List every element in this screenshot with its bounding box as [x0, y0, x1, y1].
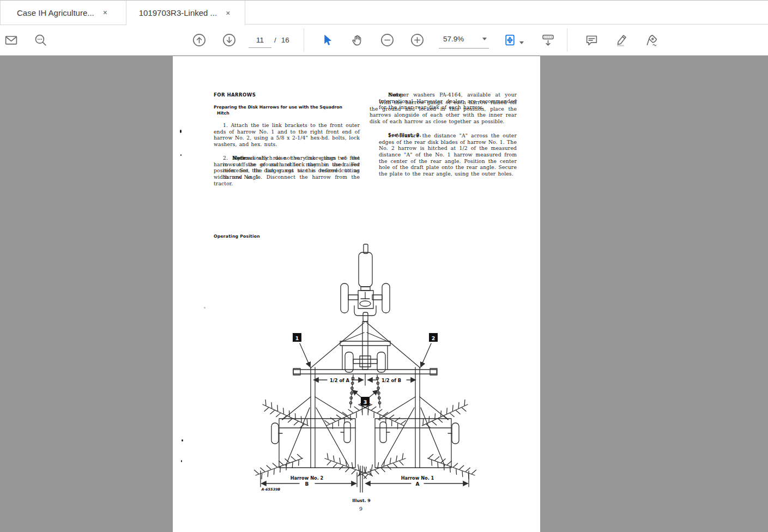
section-heading: FOR HARROWS — [214, 92, 256, 98]
zoom-level-select[interactable]: 57.9% — [439, 30, 489, 49]
note-text: Bumper washers PA-4164, available at you… — [379, 92, 517, 111]
tab-1019703r3-linked[interactable]: 1019703R3-Linked ... × — [126, 1, 245, 25]
svg-text:A: A — [416, 481, 420, 487]
svg-text:Harrow No. 2: Harrow No. 2 — [291, 475, 324, 481]
highlight-button[interactable] — [610, 29, 632, 51]
zoom-out-icon — [380, 33, 394, 47]
page-up-icon — [192, 33, 206, 47]
figure-heading: Operating Position — [214, 234, 260, 239]
pdf-page: FOR HARROWS Preparing the Disk Harrows f… — [173, 56, 540, 532]
text-column-right: Note: Bumper washers PA-4164, available … — [370, 92, 517, 132]
svg-text:3: 3 — [364, 399, 367, 405]
select-cursor-icon — [320, 33, 334, 47]
figure-part-code: A-65539B — [261, 487, 281, 492]
page-number: 9 — [359, 506, 362, 512]
text-column-left: 1. Attach the tie link brackets to the f… — [214, 122, 360, 194]
harrow-no-2-drawing — [254, 367, 374, 481]
dimension-half-b: 1/2 of B — [368, 378, 415, 383]
paragraph-text: 1. Measure the distance "A" across the o… — [379, 132, 517, 177]
svg-text:1/2 of A: 1/2 of A — [330, 378, 350, 383]
note-text: Harrows which do not vary more than two … — [223, 155, 360, 180]
paragraph: 1. Attach the tie link brackets to the f… — [214, 122, 360, 148]
toolbar-pin-icon — [541, 33, 555, 47]
tab-label: Case IH Agriculture... — [17, 8, 94, 17]
comment-icon — [585, 33, 598, 47]
pdf-toolbar: 11 / 16 57.9% — [0, 25, 768, 56]
highlighter-icon — [615, 33, 628, 47]
page-separator: / — [274, 36, 276, 44]
svg-text:2: 2 — [432, 335, 436, 341]
callout-3: 3 — [353, 390, 378, 406]
hand-tool-button[interactable] — [346, 29, 368, 51]
hand-tool-icon — [350, 33, 364, 47]
svg-text:1/2 of B: 1/2 of B — [382, 378, 401, 383]
scan-speck — [180, 130, 182, 133]
svg-text:Harrow No. 1: Harrow No. 1 — [401, 475, 434, 481]
email-button[interactable] — [0, 29, 22, 51]
page-number-input[interactable]: 11 — [249, 32, 271, 48]
close-icon[interactable]: × — [223, 8, 232, 18]
tab-label: 1019703R3-Linked ... — [139, 8, 217, 17]
toolbar-divider — [304, 28, 304, 52]
dimension-half-a: 1/2 of A — [314, 374, 365, 385]
page-count: / 16 — [274, 32, 289, 47]
tab-case-ih-agriculture[interactable]: Case IH Agriculture... × — [0, 1, 126, 25]
callout-2: 2 — [421, 333, 438, 367]
zoom-level-value: 57.9% — [443, 35, 464, 43]
previous-page-button[interactable] — [188, 29, 210, 51]
select-tool-button[interactable] — [316, 29, 338, 51]
zoom-out-button[interactable] — [376, 29, 398, 51]
fit-page-icon — [503, 33, 517, 47]
dimension-b: B Harrow No. 2 — [261, 471, 357, 487]
squadron-hitch-frame — [293, 322, 437, 375]
harrow-squadron-hitch-illustration: 1 2 3 — [173, 240, 540, 514]
comment-button[interactable] — [580, 29, 602, 51]
close-icon[interactable]: × — [101, 8, 110, 17]
zoom-in-icon — [410, 33, 424, 47]
see-illust-ref: See Illust. 9. — [379, 132, 421, 139]
figure-caption: Illust. 9 — [352, 498, 371, 503]
next-page-button[interactable] — [218, 29, 240, 51]
document-canvas[interactable]: FOR HARROWS Preparing the Disk Harrows f… — [0, 56, 768, 532]
svg-text:B: B — [305, 481, 309, 487]
callout-1: 1 — [293, 333, 310, 367]
dimension-a: A Harrow No. 1 — [366, 471, 469, 487]
toolbar-divider — [567, 28, 567, 52]
chevron-down-icon[interactable] — [519, 41, 524, 44]
sub-heading: Preparing the Disk Harrows for use with … — [214, 104, 352, 116]
page-down-icon — [222, 33, 236, 47]
svg-text:1: 1 — [295, 335, 299, 341]
search-icon — [34, 33, 47, 47]
document-tab-bar: Case IH Agriculture... × 1019703R3-Linke… — [0, 0, 768, 25]
tractor-top-view — [341, 244, 390, 322]
fill-sign-button[interactable] — [640, 29, 662, 51]
fill-sign-pen-icon — [645, 33, 658, 47]
harrow-no-1-drawing — [356, 367, 476, 481]
page-total: 16 — [281, 36, 289, 44]
fit-page-button[interactable] — [499, 29, 521, 51]
toolbar-pin-button[interactable] — [537, 29, 559, 51]
email-icon — [4, 33, 18, 47]
search-button[interactable] — [29, 29, 51, 51]
zoom-in-button[interactable] — [406, 29, 428, 51]
scan-speck — [180, 154, 182, 156]
chevron-down-icon — [482, 38, 487, 40]
